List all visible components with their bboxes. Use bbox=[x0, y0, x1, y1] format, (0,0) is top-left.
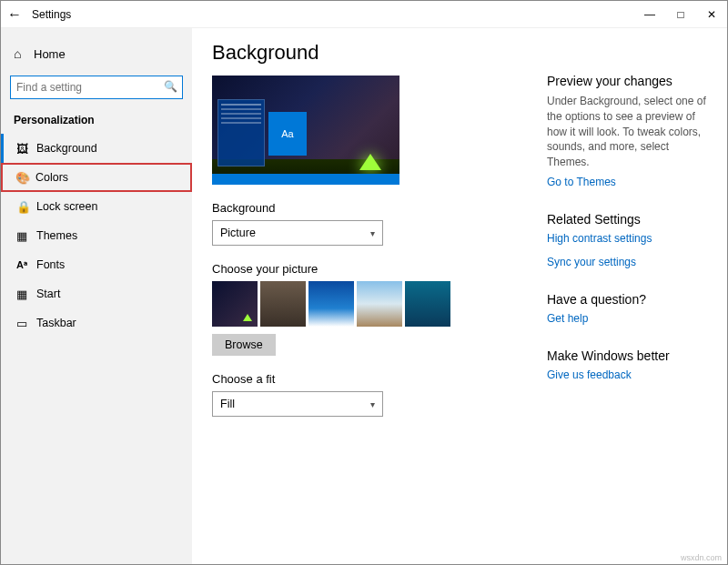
sidebar-item-label: Themes bbox=[36, 229, 77, 242]
sidebar-item-label: Background bbox=[36, 142, 97, 155]
picture-thumbnails bbox=[212, 281, 536, 327]
picture-thumb[interactable] bbox=[308, 281, 354, 327]
picture-thumb[interactable] bbox=[260, 281, 306, 327]
themes-icon: ▦ bbox=[16, 229, 36, 243]
home-icon: ⌂ bbox=[14, 46, 34, 61]
sidebar-item-label: Lock screen bbox=[36, 200, 97, 213]
preview-changes-heading: Preview your changes bbox=[547, 74, 707, 88]
home-nav[interactable]: ⌂ Home bbox=[1, 37, 192, 70]
titlebar: ← Settings ― □ ✕ bbox=[1, 1, 727, 28]
minimize-button[interactable]: ― bbox=[634, 2, 665, 27]
related-settings-heading: Related Settings bbox=[547, 212, 707, 227]
main-column: Background Aa Background Picture ▾ Choos… bbox=[212, 41, 536, 564]
sidebar-item-background[interactable]: 🖼 Background bbox=[1, 134, 192, 163]
lock-icon: 🔒 bbox=[16, 200, 36, 214]
taskbar-icon: ▭ bbox=[16, 317, 36, 330]
sidebar-item-label: Colors bbox=[35, 171, 68, 184]
browse-button[interactable]: Browse bbox=[212, 334, 276, 356]
preview-changes-text: Under Background, select one of the opti… bbox=[547, 94, 707, 170]
sidebar-item-taskbar[interactable]: ▭ Taskbar bbox=[1, 308, 192, 338]
picture-thumb[interactable] bbox=[212, 281, 258, 327]
choose-fit-label: Choose a fit bbox=[212, 372, 536, 386]
maximize-button[interactable]: □ bbox=[665, 2, 696, 27]
palette-icon: 🎨 bbox=[15, 171, 35, 185]
sidebar-item-lockscreen[interactable]: 🔒 Lock screen bbox=[1, 192, 192, 221]
sidebar: ⌂ Home 🔍 Personalization 🖼 Background 🎨 … bbox=[1, 28, 192, 564]
choose-picture-label: Choose your picture bbox=[212, 262, 536, 276]
home-label: Home bbox=[34, 47, 66, 61]
sidebar-item-label: Fonts bbox=[36, 258, 65, 271]
fonts-icon: Aᵃ bbox=[16, 259, 36, 271]
background-label: Background bbox=[212, 201, 536, 215]
picture-thumb[interactable] bbox=[405, 281, 450, 327]
back-button[interactable]: ← bbox=[1, 6, 28, 23]
sidebar-item-label: Start bbox=[36, 288, 60, 300]
background-select[interactable]: Picture ▾ bbox=[212, 220, 383, 246]
picture-thumb[interactable] bbox=[357, 281, 402, 327]
close-button[interactable]: ✕ bbox=[696, 2, 727, 27]
page-title: Background bbox=[212, 41, 536, 65]
sidebar-item-label: Taskbar bbox=[36, 317, 76, 329]
window-title: Settings bbox=[28, 8, 71, 21]
start-icon: ▦ bbox=[16, 288, 36, 301]
chevron-down-icon: ▾ bbox=[370, 228, 375, 238]
picture-icon: 🖼 bbox=[16, 142, 36, 156]
sidebar-item-start[interactable]: ▦ Start bbox=[1, 279, 192, 308]
question-heading: Have a question? bbox=[547, 292, 707, 307]
make-better-heading: Make Windows better bbox=[547, 348, 707, 363]
sidebar-item-fonts[interactable]: Aᵃ Fonts bbox=[1, 250, 192, 279]
watermark: wsxdn.com bbox=[681, 553, 722, 562]
desktop-preview: Aa bbox=[212, 76, 399, 185]
get-help-link[interactable]: Get help bbox=[547, 312, 707, 325]
sync-settings-link[interactable]: Sync your settings bbox=[547, 256, 707, 268]
section-heading: Personalization bbox=[1, 108, 192, 134]
preview-sample-text: Aa bbox=[268, 112, 307, 156]
feedback-link[interactable]: Give us feedback bbox=[547, 368, 707, 381]
fit-select[interactable]: Fill ▾ bbox=[212, 391, 383, 417]
go-to-themes-link[interactable]: Go to Themes bbox=[547, 176, 707, 188]
sidebar-item-themes[interactable]: ▦ Themes bbox=[1, 221, 192, 250]
background-select-value: Picture bbox=[220, 227, 256, 239]
sidebar-item-colors[interactable]: 🎨 Colors bbox=[1, 163, 192, 192]
fit-select-value: Fill bbox=[220, 398, 235, 410]
right-column: Preview your changes Under Background, s… bbox=[536, 41, 707, 564]
high-contrast-link[interactable]: High contrast settings bbox=[547, 232, 707, 245]
search-input[interactable] bbox=[10, 76, 183, 99]
chevron-down-icon: ▾ bbox=[370, 399, 375, 409]
